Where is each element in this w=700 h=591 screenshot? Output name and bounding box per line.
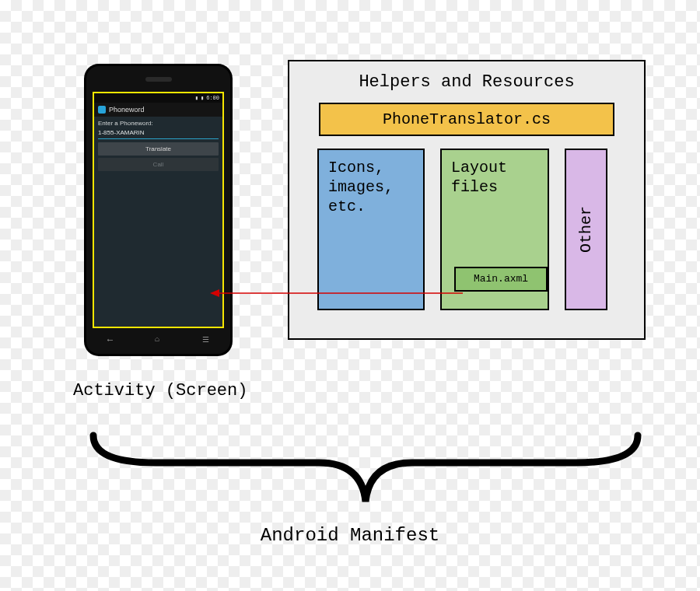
app-title-bar: Phoneword — [94, 103, 222, 117]
phone-speaker — [145, 77, 172, 82]
phone-status-bar: ▮ ▮ 6:00 — [94, 93, 222, 103]
nav-home-icon[interactable]: ⌂ — [155, 335, 159, 344]
svg-marker-1 — [210, 289, 219, 297]
phone-mockup: ▮ ▮ 6:00 Phoneword Enter a Phoneword: 1-… — [86, 66, 230, 354]
panel-title: Helpers and Resources — [289, 61, 644, 100]
phoneword-input[interactable]: 1-855-XAMARIN — [98, 128, 219, 139]
layout-box-label: Layout files — [451, 158, 538, 197]
manifest-caption: Android Manifest — [0, 525, 700, 546]
phone-screen: ▮ ▮ 6:00 Phoneword Enter a Phoneword: 1-… — [93, 92, 224, 328]
resources-row: Icons, images, etc. Layout files Main.ax… — [289, 147, 644, 310]
signal-icon: ▮ — [195, 95, 198, 101]
curly-brace — [86, 432, 646, 505]
call-button[interactable]: Call — [98, 158, 219, 171]
clock-text: 6:00 — [206, 95, 219, 101]
app-title: Phoneword — [109, 106, 145, 114]
nav-recent-icon[interactable]: ☰ — [202, 335, 209, 344]
icons-box: Icons, images, etc. — [317, 149, 425, 310]
layout-file-box: Main.axml — [454, 267, 548, 292]
phone-nav-bar: ⟵ ⌂ ☰ — [86, 335, 230, 344]
other-box: Other — [565, 149, 607, 310]
field-label: Enter a Phoneword: — [94, 117, 222, 127]
battery-icon: ▮ — [201, 95, 204, 101]
activity-caption: Activity (Screen) — [73, 381, 247, 400]
nav-back-icon[interactable]: ⟵ — [107, 335, 112, 344]
connector-arrow — [218, 293, 460, 294]
helper-file-box: PhoneTranslator.cs — [319, 103, 614, 136]
layout-box: Layout files Main.axml — [440, 149, 549, 310]
other-box-label: Other — [576, 206, 596, 253]
translate-button[interactable]: Translate — [98, 142, 219, 156]
app-icon — [98, 106, 106, 114]
